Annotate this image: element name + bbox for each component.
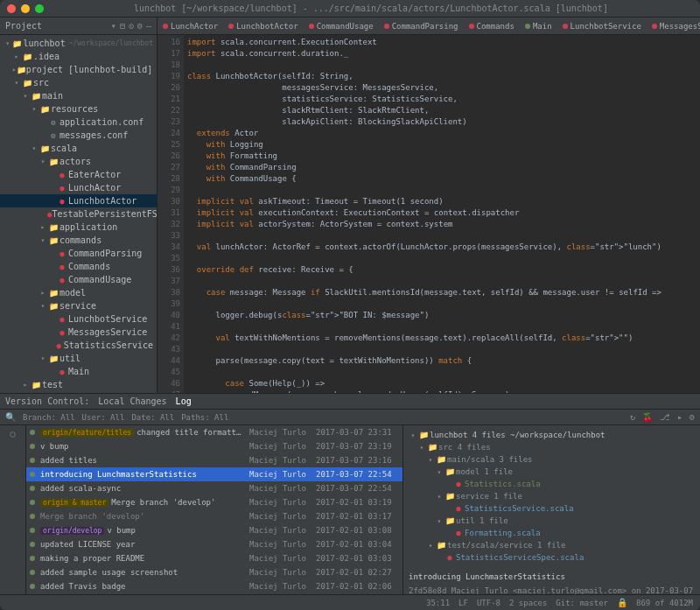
tree-item[interactable]: ●MessagesService xyxy=(0,326,157,339)
vcs-panel: Version Control: Local Changes Log 🔍 Bra… xyxy=(0,393,700,594)
line-sep[interactable]: LF xyxy=(458,599,468,607)
commit-row[interactable]: making a proper READMEMaciej Turlo2017-0… xyxy=(26,551,402,565)
commit-row[interactable]: added scala-asyncMaciej Turlo2017-03-07 … xyxy=(26,481,402,495)
caret-position[interactable]: 35:11 xyxy=(426,599,450,607)
tree-item[interactable]: ●Commands xyxy=(0,260,157,273)
vcs-toolbar: ○ xyxy=(0,425,26,594)
tree-item[interactable]: ▾📁commands xyxy=(0,234,157,247)
commit-row[interactable]: added titlesMaciej Turlo2017-03-07 23:16 xyxy=(26,453,402,467)
commit-row[interactable]: Merge branch 'develop'Maciej Turlo2017-0… xyxy=(26,509,402,523)
tree-item[interactable]: ▾📁lunchbot~/workspace/lunchbot xyxy=(0,37,157,50)
tree-item[interactable]: ▾📁main xyxy=(0,89,157,102)
tree-item[interactable]: ●TestablePersistentFSM xyxy=(0,207,157,221)
statusbar: 35:11 LF UTF-8 2 spaces Git: master 🔒 86… xyxy=(0,594,700,610)
project-tree[interactable]: ▾📁lunchbot~/workspace/lunchbot▸📁.idea▸📁p… xyxy=(0,35,157,393)
editor-tab[interactable]: LunchbotActor xyxy=(223,18,303,34)
commit-row[interactable]: origin/developv bumpMaciej Turlo2017-02-… xyxy=(26,523,402,537)
editor[interactable]: 1617181920212223242526272829303132333435… xyxy=(158,35,700,393)
tree-item[interactable]: ●LunchActor xyxy=(0,181,157,194)
editor-tab[interactable]: CommandParsing xyxy=(379,18,464,34)
hide-icon[interactable]: — xyxy=(146,21,151,31)
tree-item[interactable]: ▾📁service xyxy=(0,299,157,312)
zoom-window[interactable] xyxy=(35,4,44,13)
commit-detail-title: introducing LunchmasterStatistics xyxy=(409,572,695,581)
commit-row[interactable]: added Travis badgeMaciej Turlo2017-02-01… xyxy=(26,579,402,593)
project-header: Project ▾ ⊟ ⊙ ⚙ — xyxy=(0,18,157,35)
tree-item[interactable]: ▸📁project [lunchbot-build]sources root xyxy=(0,63,157,76)
changed-file-item[interactable]: ▾📁test/scala/service 1 file xyxy=(409,539,695,551)
lock-icon[interactable]: 🔒 xyxy=(617,598,627,607)
refresh-icon[interactable]: ↻ xyxy=(630,412,635,422)
branch-icon[interactable]: ⎇ xyxy=(660,412,670,422)
git-branch[interactable]: Git: master xyxy=(556,599,608,607)
gear-icon[interactable]: ⚙ xyxy=(137,21,143,31)
commit-row[interactable]: introducing LunchmasterStatisticsMaciej … xyxy=(26,467,402,481)
editor-tab[interactable]: MessagesService xyxy=(647,18,700,34)
filter-date[interactable]: Date: All xyxy=(131,413,174,422)
filter-paths[interactable]: Paths: All xyxy=(181,413,228,422)
memory[interactable]: 869 of 4012M xyxy=(636,599,693,607)
encoding[interactable]: UTF-8 xyxy=(477,599,500,607)
tree-item[interactable]: ▾📁scala xyxy=(0,142,157,155)
commit-row[interactable]: updated LICENSE yearMaciej Turlo2017-02-… xyxy=(26,537,402,551)
code-area[interactable]: import scala.concurrent.ExecutionContext… xyxy=(184,35,700,393)
tree-item[interactable]: ▸📁model xyxy=(0,286,157,299)
tree-item[interactable]: ▾📁resources xyxy=(0,102,157,116)
close-window[interactable] xyxy=(7,4,16,13)
editor-tab[interactable]: LunchActor xyxy=(158,18,223,34)
line-gutter: 1617181920212223242526272829303132333435… xyxy=(158,35,184,393)
tree-item[interactable]: ▸📁.idea xyxy=(0,50,157,63)
tree-item[interactable]: ●LunchbotActor xyxy=(0,194,157,207)
filter-branch[interactable]: Branch: All xyxy=(23,413,75,422)
changed-file-item[interactable]: ▾📁util 1 file xyxy=(409,515,695,527)
graph-icon[interactable]: ○ xyxy=(10,429,15,438)
editor-tab[interactable]: Commands xyxy=(464,18,520,34)
editor-tabs: LunchActorLunchbotActorCommandUsageComma… xyxy=(158,18,700,35)
vcs-title: Version Control: xyxy=(5,396,89,406)
tree-item[interactable]: ⚙messages.conf xyxy=(0,129,157,142)
search-icon[interactable]: 🔍 xyxy=(5,412,16,422)
changed-file-item[interactable]: ▾📁model 1 file xyxy=(409,466,695,478)
changed-file-item[interactable]: ▾📁main/scala 3 files xyxy=(409,453,695,466)
tree-item[interactable]: ▸📁test xyxy=(0,378,157,391)
vcs-tab-log[interactable]: Log xyxy=(176,396,192,406)
vcs-tab-local[interactable]: Local Changes xyxy=(98,396,166,406)
commit-row[interactable]: added sample usage screenshotMaciej Turl… xyxy=(26,565,402,579)
tree-item[interactable]: ●CommandParsing xyxy=(0,247,157,260)
tree-item[interactable]: ●Main xyxy=(0,365,157,378)
changed-file-item[interactable]: ●Statistics.scala xyxy=(409,478,695,490)
tree-item[interactable]: ▾📁src xyxy=(0,76,157,89)
tree-item[interactable]: ●EaterActor xyxy=(0,168,157,181)
changed-file-item[interactable]: ●StatisticsServiceSpec.scala xyxy=(409,551,695,564)
tree-item[interactable]: ▾📁actors xyxy=(0,155,157,168)
changed-file-item[interactable]: ▾📁src 4 files xyxy=(409,441,695,453)
dropdown-icon[interactable]: ▾ xyxy=(111,21,116,31)
tree-item[interactable]: ⚙application.conf xyxy=(0,116,157,129)
tree-item[interactable]: ▾📁util xyxy=(0,352,157,365)
filter-user[interactable]: User: All xyxy=(82,413,125,422)
changed-file-item[interactable]: ▾📁service 1 file xyxy=(409,490,695,502)
titlebar: lunchbot [~/workspace/lunchbot] - .../sr… xyxy=(0,0,700,18)
indent[interactable]: 2 spaces xyxy=(509,599,547,607)
commit-list[interactable]: origin/feature/titleschanged title forma… xyxy=(26,425,402,594)
expand-icon[interactable]: ▸ xyxy=(677,412,682,422)
locate-icon[interactable]: ⊙ xyxy=(129,21,134,31)
editor-tab[interactable]: CommandUsage xyxy=(304,18,379,34)
changed-files-tree[interactable]: ▾📁lunchbot 4 files ~/workspace/lunchbot▾… xyxy=(409,429,695,564)
tree-item[interactable]: ▸📁application xyxy=(0,221,157,234)
tree-item[interactable]: ●LunchbotService xyxy=(0,312,157,326)
commit-row[interactable]: origin/feature/titleschanged title forma… xyxy=(26,425,402,439)
minimize-window[interactable] xyxy=(21,4,30,13)
tree-item[interactable]: ●CommandUsage xyxy=(0,273,157,286)
changed-file-item[interactable]: ●StatisticsService.scala xyxy=(409,502,695,515)
commit-row[interactable]: v bumpMaciej Turlo2017-03-07 23:19 xyxy=(26,439,402,453)
editor-tab[interactable]: LunchbotService xyxy=(557,18,647,34)
tree-item[interactable]: ●StatisticsService xyxy=(0,339,157,352)
changed-file-item[interactable]: ●Formatting.scala xyxy=(409,527,695,539)
commit-detail-hash: 2fd58e8d Maciej Turlo <maciej.turlo@gmai… xyxy=(409,586,695,594)
editor-tab[interactable]: Main xyxy=(520,18,557,34)
cherry-pick-icon[interactable]: 🍒 xyxy=(642,412,653,422)
collapse-icon[interactable]: ⊟ xyxy=(120,21,125,31)
gear-icon[interactable]: ⚙ xyxy=(690,412,695,422)
commit-row[interactable]: origin & masterMerge branch 'develop'Mac… xyxy=(26,495,402,509)
